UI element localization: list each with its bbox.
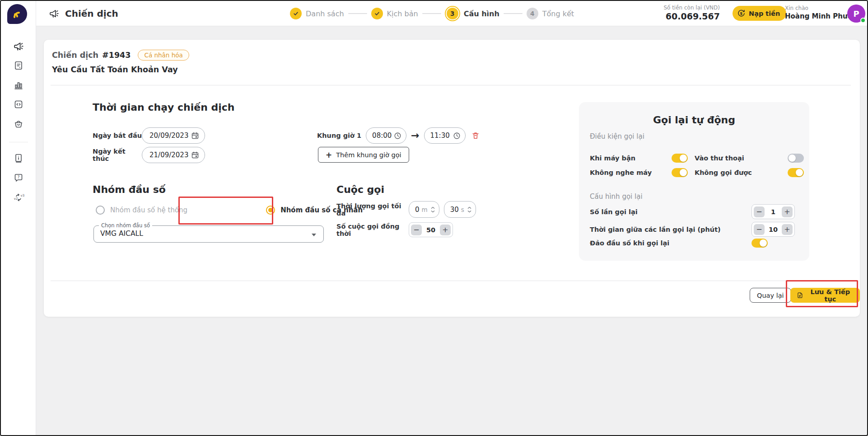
busy-toggle-label: Khi máy bận (590, 155, 635, 162)
page-title: Chiến dịch (49, 1, 118, 26)
end-date-input[interactable]: 21/09/2023 (142, 147, 205, 163)
start-date-value: 20/09/2023 (149, 131, 188, 140)
unreachable-toggle[interactable] (788, 168, 804, 177)
code-file-icon (13, 99, 24, 110)
step-cau-hinh[interactable]: 3 Cấu hình (445, 8, 499, 19)
online-status-dot (860, 18, 866, 23)
select-value: VMG AICALL (100, 230, 143, 238)
callback-title: Gọi lại tự động (579, 114, 809, 126)
step-label: Tổng kết (542, 9, 574, 18)
sidebar-divider (9, 142, 28, 142)
auto-callback-panel: Gọi lại tự động Điều kiện gọi lại Khi má… (579, 102, 809, 261)
app-logo[interactable] (7, 4, 27, 24)
step-label: Kịch bản (387, 9, 418, 18)
step-number: 3 (447, 8, 458, 19)
call-duration-label: Thời lượng gọi tối đa (336, 202, 404, 217)
concurrent-calls-stepper: − 50 + (409, 222, 453, 237)
calendar-icon[interactable] (191, 131, 199, 140)
clock-icon[interactable] (453, 132, 461, 140)
sidebar: ? v3 v2 (1, 1, 36, 435)
no-answer-toggle[interactable] (672, 168, 688, 177)
time-from-value: 08:00 (372, 131, 392, 140)
duration-minutes-input[interactable]: 0 m (409, 201, 439, 218)
personalized-badge: Cá nhân hóa (138, 50, 189, 61)
spinner-arrows[interactable] (431, 206, 435, 213)
megaphone-icon (49, 8, 60, 19)
sidebar-item-store[interactable] (9, 115, 28, 133)
save-continue-label: Lưu & Tiếp tục (807, 288, 854, 303)
campaign-title-row: Chiến dịch #1943 Cá nhân hóa (52, 50, 189, 61)
voicemail-toggle[interactable] (788, 154, 804, 163)
calendar-icon[interactable] (191, 151, 199, 159)
sidebar-item-support[interactable]: ? (9, 169, 28, 187)
trash-icon (471, 131, 480, 140)
config-card: Chiến dịch #1943 Cá nhân hóa Yêu Cầu Tất… (44, 40, 860, 317)
spinner-arrows[interactable] (467, 206, 471, 213)
select-floating-label: Chọn nhóm đầu số (99, 222, 152, 229)
svg-text:$: $ (740, 11, 742, 16)
decrement-button[interactable]: − (754, 206, 765, 217)
version-switch-icon: v3 v2 (13, 192, 24, 203)
radio-system-label[interactable]: Nhóm đầu số hệ thống (110, 206, 187, 214)
radio-system-group[interactable] (96, 206, 105, 215)
rotate-number-toggle[interactable] (751, 239, 768, 248)
sidebar-item-campaign[interactable] (9, 37, 28, 55)
start-date-input[interactable]: 20/09/2023 (142, 127, 205, 144)
time-from-input[interactable]: 08:00 (366, 127, 406, 144)
decrement-button[interactable]: − (754, 224, 765, 235)
bar-chart-icon (13, 80, 24, 90)
increment-button[interactable]: + (782, 206, 793, 217)
step-check-icon (290, 8, 302, 19)
step-connector (348, 13, 367, 14)
increment-button[interactable]: + (440, 225, 451, 235)
voicemail-toggle-label: Vào thư thoại (695, 155, 744, 162)
busy-toggle[interactable] (672, 154, 688, 163)
campaign-id: #1943 (102, 51, 131, 60)
time-to-value: 11:30 (430, 131, 450, 140)
clock-icon[interactable] (394, 132, 401, 140)
duration-seconds-input[interactable]: 30 s (444, 201, 476, 218)
sidebar-item-reports[interactable] (9, 76, 28, 94)
concurrent-calls-value: 50 (425, 226, 437, 234)
radio-personal-group[interactable] (266, 206, 275, 215)
save-document-icon (797, 291, 803, 299)
no-answer-toggle-label: Không nghe máy (590, 169, 652, 176)
wizard-stepper: Danh sách Kịch bản 3 Cấu hình 4 Tổng kết (290, 1, 574, 26)
add-timeframe-button[interactable]: + Thêm khung giờ gọi (318, 147, 409, 163)
step-danh-sach[interactable]: Danh sách (290, 8, 344, 19)
duration-seconds-value: 30 (450, 206, 459, 214)
start-date-label: Ngày bắt đầu (93, 132, 142, 139)
end-date-value: 21/09/2023 (149, 151, 188, 159)
retry-count-label: Số lần gọi lại (590, 208, 638, 216)
end-date-row: Ngày kết thúc 21/09/2023 (93, 147, 205, 163)
rotate-number-label: Đảo đầu số khi gọi lại (590, 239, 669, 247)
app-window: ? v3 v2 Chiến dịch Dan (0, 0, 868, 436)
step-kich-ban[interactable]: Kịch bản (371, 8, 418, 19)
sidebar-item-scripts[interactable] (9, 56, 28, 75)
time-to-input[interactable]: 11:30 (424, 127, 466, 144)
delete-timeframe-button[interactable] (470, 130, 481, 141)
number-group-radios: Nhóm đầu số hệ thống Nhóm đầu số cá nhân (96, 206, 363, 215)
step-connector (504, 13, 523, 14)
divider (51, 85, 851, 85)
number-group-select[interactable]: Chọn nhóm đầu số VMG AICALL (93, 225, 324, 243)
step-tong-ket[interactable]: 4 Tổng kết (527, 8, 574, 19)
campaign-name: Yêu Cầu Tất Toán Khoản Vay (52, 65, 178, 74)
decrement-button[interactable]: − (411, 225, 422, 235)
svg-text:v3: v3 (21, 193, 24, 197)
back-button[interactable]: Quay lại (750, 288, 791, 303)
balance-label: Số tiền còn lại (VND) (663, 5, 720, 11)
save-continue-button[interactable]: Lưu & Tiếp tục (790, 288, 860, 303)
sidebar-item-version-switch[interactable]: v3 v2 (9, 188, 28, 206)
call-heading: Cuộc gọi (336, 184, 384, 195)
step-connector (422, 13, 441, 14)
avatar[interactable]: P (847, 5, 865, 23)
topup-button[interactable]: $ Nạp tiền (733, 6, 786, 21)
step-label: Cấu hình (464, 9, 499, 18)
duration-seconds-unit: s (461, 206, 464, 213)
retry-interval-label: Thời gian giữa các lần gọi lại (phút) (590, 226, 721, 233)
sidebar-item-guide[interactable] (9, 149, 28, 167)
increment-button[interactable]: + (782, 224, 793, 235)
sidebar-item-integration[interactable] (9, 95, 28, 113)
topup-label: Nạp tiền (749, 10, 780, 17)
